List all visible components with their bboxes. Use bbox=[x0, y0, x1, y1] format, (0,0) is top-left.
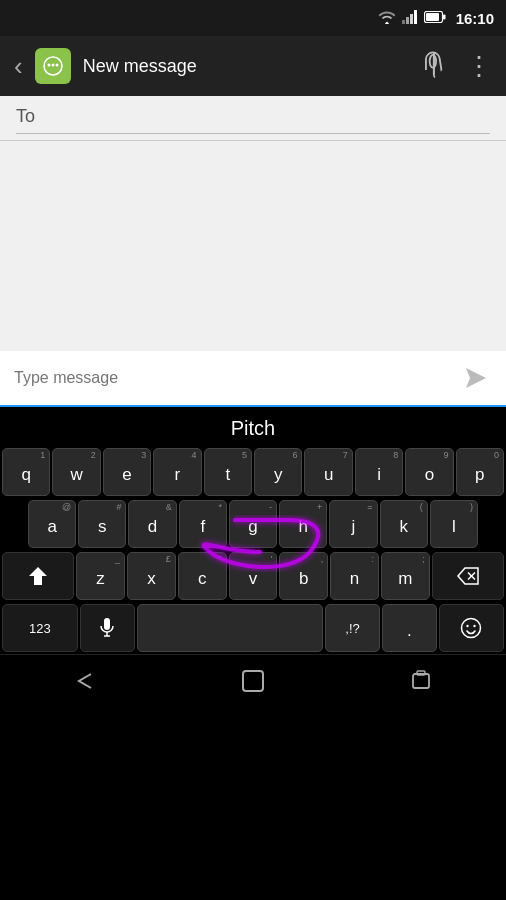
key-g[interactable]: -g bbox=[229, 500, 277, 548]
svg-marker-12 bbox=[466, 368, 486, 388]
keyboard-wrapper: Pitch 1q 2w 3e 4r 5t 6y 7u 8i 9o 0p @a #… bbox=[0, 407, 506, 654]
wifi-icon bbox=[378, 10, 396, 27]
svg-rect-2 bbox=[410, 14, 413, 24]
to-area[interactable]: To bbox=[0, 96, 506, 141]
key-d[interactable]: &d bbox=[128, 500, 176, 548]
key-b[interactable]: ,b bbox=[279, 552, 328, 600]
attach-button[interactable] bbox=[417, 48, 452, 83]
key-a[interactable]: @a bbox=[28, 500, 76, 548]
key-u[interactable]: 7u bbox=[304, 448, 352, 496]
overflow-button[interactable]: ⋮ bbox=[466, 51, 492, 82]
key-period[interactable]: . bbox=[382, 604, 437, 652]
key-emoji[interactable] bbox=[439, 604, 504, 652]
message-content-area bbox=[0, 141, 506, 351]
keyboard-row-4: 123 ,!? . bbox=[0, 602, 506, 654]
key-m[interactable]: ;m bbox=[381, 552, 430, 600]
svg-rect-23 bbox=[413, 674, 429, 688]
key-n[interactable]: :n bbox=[330, 552, 379, 600]
key-backspace[interactable] bbox=[432, 552, 504, 600]
to-underline bbox=[16, 133, 490, 134]
svg-point-10 bbox=[55, 64, 58, 67]
key-p[interactable]: 0p bbox=[456, 448, 504, 496]
key-w[interactable]: 2w bbox=[52, 448, 100, 496]
key-j[interactable]: =j bbox=[329, 500, 377, 548]
svg-rect-5 bbox=[426, 13, 439, 21]
app-icon bbox=[35, 48, 71, 84]
keyboard: Pitch 1q 2w 3e 4r 5t 6y 7u 8i 9o 0p @a #… bbox=[0, 407, 506, 654]
message-input[interactable] bbox=[14, 365, 446, 391]
key-q[interactable]: 1q bbox=[2, 448, 50, 496]
keyboard-row-2: @a #s &d *f -g +h =j (k )l bbox=[0, 498, 506, 550]
time-display: 16:10 bbox=[456, 10, 494, 27]
key-z[interactable]: _z bbox=[76, 552, 125, 600]
signal-icon bbox=[402, 10, 418, 27]
key-y[interactable]: 6y bbox=[254, 448, 302, 496]
key-x[interactable]: £x bbox=[127, 552, 176, 600]
svg-marker-13 bbox=[29, 567, 47, 585]
svg-rect-16 bbox=[104, 618, 110, 630]
svg-point-11 bbox=[430, 55, 436, 68]
nav-home-button[interactable] bbox=[231, 659, 275, 703]
key-i[interactable]: 8i bbox=[355, 448, 403, 496]
key-shift[interactable] bbox=[2, 552, 74, 600]
key-s[interactable]: #s bbox=[78, 500, 126, 548]
key-r[interactable]: 4r bbox=[153, 448, 201, 496]
svg-point-20 bbox=[467, 625, 469, 627]
svg-point-19 bbox=[462, 619, 481, 638]
svg-rect-24 bbox=[417, 671, 425, 675]
nav-bar bbox=[0, 654, 506, 706]
back-button[interactable]: ‹ bbox=[14, 51, 23, 82]
keyboard-title: Pitch bbox=[0, 407, 506, 446]
key-h[interactable]: +h bbox=[279, 500, 327, 548]
key-space[interactable] bbox=[137, 604, 324, 652]
status-bar: 16:10 bbox=[0, 0, 506, 36]
nav-recents-button[interactable] bbox=[400, 659, 444, 703]
key-f[interactable]: *f bbox=[179, 500, 227, 548]
keyboard-row-3: _z £x "c 'v ,b :n ;m bbox=[0, 550, 506, 602]
svg-rect-6 bbox=[443, 14, 446, 19]
svg-point-9 bbox=[51, 64, 54, 67]
key-k[interactable]: (k bbox=[380, 500, 428, 548]
key-mic[interactable] bbox=[80, 604, 135, 652]
send-button[interactable] bbox=[454, 356, 498, 400]
svg-point-8 bbox=[47, 64, 50, 67]
to-label: To bbox=[16, 106, 490, 127]
nav-back-button[interactable] bbox=[62, 659, 106, 703]
app-bar: ‹ New message ⋮ bbox=[0, 36, 506, 96]
keyboard-row-1: 1q 2w 3e 4r 5t 6y 7u 8i 9o 0p bbox=[0, 446, 506, 498]
key-v[interactable]: 'v bbox=[229, 552, 278, 600]
key-comma-special[interactable]: ,!? bbox=[325, 604, 380, 652]
key-c[interactable]: "c bbox=[178, 552, 227, 600]
key-t[interactable]: 5t bbox=[204, 448, 252, 496]
battery-icon bbox=[424, 11, 446, 26]
key-o[interactable]: 9o bbox=[405, 448, 453, 496]
svg-rect-0 bbox=[402, 20, 405, 24]
svg-rect-22 bbox=[243, 671, 263, 691]
key-e[interactable]: 3e bbox=[103, 448, 151, 496]
svg-point-21 bbox=[474, 625, 476, 627]
key-123[interactable]: 123 bbox=[2, 604, 78, 652]
svg-rect-3 bbox=[414, 10, 417, 24]
svg-rect-1 bbox=[406, 17, 409, 24]
key-l[interactable]: )l bbox=[430, 500, 478, 548]
app-title: New message bbox=[83, 56, 412, 77]
type-message-bar bbox=[0, 351, 506, 407]
